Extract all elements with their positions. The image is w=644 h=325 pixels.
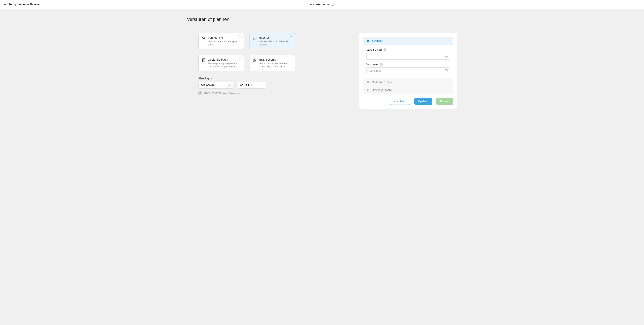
svg-rect-1 xyxy=(202,59,205,62)
save-button[interactable]: Opslaan xyxy=(414,98,432,105)
radio-unchecked-icon xyxy=(239,35,242,38)
timezone-row: GMT+02:00 Europe/Brussels xyxy=(198,91,352,95)
people-icon xyxy=(366,89,370,92)
back-label: Terug naar e-mailbouwer xyxy=(9,3,40,6)
cancel-button[interactable]: Annuleren xyxy=(390,98,410,105)
timezone-text: GMT+02:00 Europe/Brussels xyxy=(204,92,239,95)
rss-icon xyxy=(253,58,257,69)
date-input[interactable]: 2023-08-29 ✕ xyxy=(198,82,234,89)
option-title: Verstuur Nu xyxy=(208,36,240,39)
chevron-up-icon xyxy=(447,81,450,84)
option-desc: Ideaal voor blogberichten of regelmatige… xyxy=(259,62,292,69)
radio-unchecked-icon xyxy=(239,57,242,60)
option-desc: Kies een datum en tijd om te plannen xyxy=(259,40,292,47)
clear-date-icon[interactable]: ✕ xyxy=(228,84,231,87)
tag-icon[interactable] xyxy=(445,69,448,72)
radio-unchecked-icon xyxy=(290,57,293,60)
page-title: Versturen of plannen xyxy=(187,17,457,22)
info-icon[interactable]: i xyxy=(384,48,386,51)
recipient-title: Ontvanger (Aan) xyxy=(372,89,392,92)
accordion-sender-body: Vanuit e-mail i xyxy=(364,45,453,78)
radio-checked-icon xyxy=(290,35,293,38)
from-email-input[interactable] xyxy=(366,53,450,60)
option-roster[interactable]: Rooster Kies een datum en tijd om te pla… xyxy=(250,33,295,49)
time-stepper-icon[interactable]: ▲▼ xyxy=(262,84,264,87)
globe-icon xyxy=(198,91,202,95)
accordion-recipient-header[interactable]: Ontvanger (Aan) xyxy=(364,86,453,94)
arrow-circle-icon xyxy=(366,39,370,42)
tag-icon[interactable] xyxy=(445,55,448,58)
subject-title: Onderwerp e-mail xyxy=(372,81,393,84)
back-to-builder-link[interactable]: Terug naar e-mailbouwer xyxy=(0,0,44,9)
svg-point-6 xyxy=(446,70,446,70)
schedule-button[interactable]: Rooster xyxy=(436,98,453,105)
email-title: voorbeeld email xyxy=(309,3,330,6)
info-icon[interactable]: i xyxy=(380,63,383,66)
option-title: RSS Schema xyxy=(259,58,292,61)
from-name-label: Van naam xyxy=(366,63,378,66)
time-value: 06:45 PM xyxy=(240,84,252,87)
chevron-up-icon xyxy=(447,89,450,91)
option-send-now[interactable]: Verstuur Nu Verstuur de e-mailcampagne d… xyxy=(198,33,244,49)
option-rss[interactable]: RSS Schema Ideaal voor blogberichten of … xyxy=(250,55,295,71)
option-desc: Planning voor grote groepen contacten in… xyxy=(208,62,240,69)
schedule-label: Planning om xyxy=(198,77,352,80)
pencil-icon[interactable] xyxy=(332,3,335,6)
date-value: 2023-08-29 xyxy=(201,84,215,87)
option-desc: Verstuur de e-mailcampagne direct xyxy=(208,40,240,47)
chat-icon xyxy=(366,81,370,84)
calendar-stack-icon xyxy=(202,58,206,69)
option-batch[interactable]: Geplande batch Planning voor grote groep… xyxy=(198,55,244,71)
email-title-wrap: voorbeeld email xyxy=(309,3,336,6)
arrow-left-icon xyxy=(4,3,6,6)
calendar-icon xyxy=(253,36,257,47)
time-input[interactable]: 06:45 PM ▲▼ xyxy=(238,82,266,89)
svg-point-5 xyxy=(446,56,446,56)
divider xyxy=(187,25,457,25)
svg-rect-0 xyxy=(254,37,256,40)
send-icon xyxy=(202,36,206,47)
svg-rect-2 xyxy=(254,59,256,62)
top-header: Terug naar e-mailbouwer voorbeeld email xyxy=(0,0,644,9)
accordion-sender-header[interactable]: Afzender xyxy=(364,37,453,45)
option-title: Geplande batch xyxy=(208,58,240,61)
send-options-grid: Verstuur Nu Verstuur de e-mailcampagne d… xyxy=(198,33,352,71)
from-name-input[interactable] xyxy=(366,67,450,74)
from-email-label: Vanuit e-mail xyxy=(366,48,382,51)
chevron-down-icon xyxy=(447,40,450,42)
sender-title: Afzender xyxy=(372,39,382,42)
sender-panel: Afzender Vanuit e-mail i xyxy=(360,33,457,109)
option-title: Rooster xyxy=(259,36,292,39)
accordion-subject-header[interactable]: Onderwerp e-mail xyxy=(364,78,453,86)
